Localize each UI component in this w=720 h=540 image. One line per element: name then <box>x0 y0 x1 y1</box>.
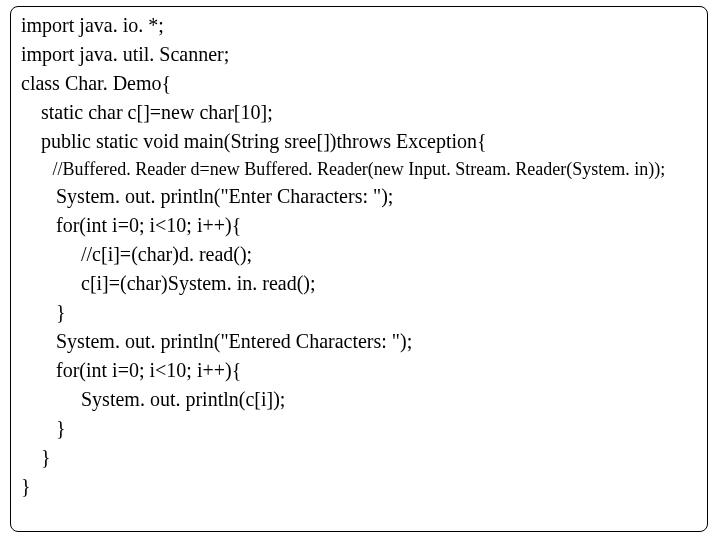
code-line: static char c[]=new char[10]; <box>21 98 697 127</box>
code-line: } <box>21 472 697 501</box>
code-line: System. out. println("Entered Characters… <box>21 327 697 356</box>
code-line: //Buffered. Reader d=new Buffered. Reade… <box>21 156 697 182</box>
code-line: //c[i]=(char)d. read(); <box>21 240 697 269</box>
code-line: for(int i=0; i<10; i++){ <box>21 211 697 240</box>
code-line: System. out. println(c[i]); <box>21 385 697 414</box>
code-line: class Char. Demo{ <box>21 69 697 98</box>
code-frame: import java. io. *; import java. util. S… <box>10 6 708 532</box>
code-line: import java. io. *; <box>21 11 697 40</box>
code-line: for(int i=0; i<10; i++){ <box>21 356 697 385</box>
code-line: import java. util. Scanner; <box>21 40 697 69</box>
code-line: c[i]=(char)System. in. read(); <box>21 269 697 298</box>
code-line: } <box>21 298 697 327</box>
code-line: } <box>21 414 697 443</box>
code-line: } <box>21 443 697 472</box>
code-line: System. out. println("Enter Characters: … <box>21 182 697 211</box>
code-line: public static void main(String sree[])th… <box>21 127 697 156</box>
